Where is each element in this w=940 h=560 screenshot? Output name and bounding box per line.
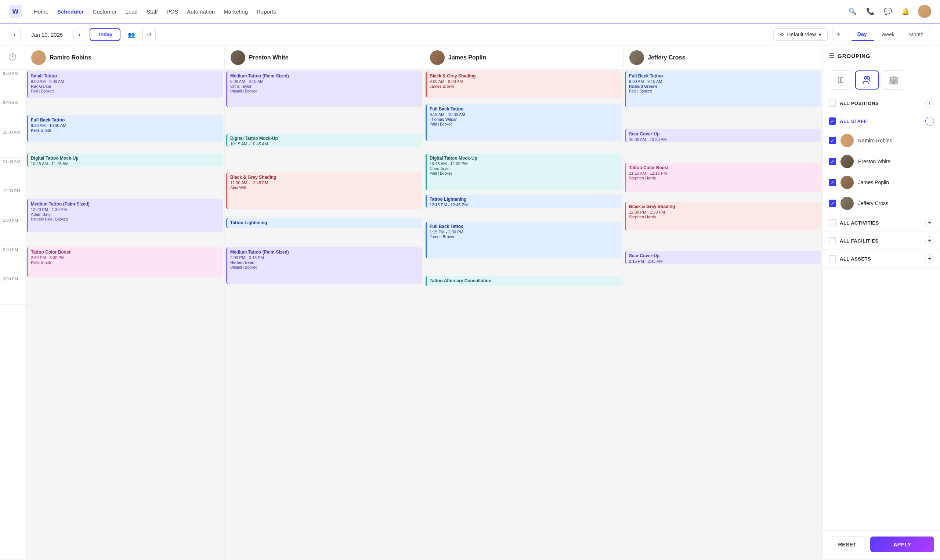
building-group-button[interactable]: 🏢 [881,71,905,89]
facilities-label: ALL FACILITIES [840,238,879,244]
today-button[interactable]: Today [89,28,120,41]
staff-item-james: ✓ James Poplin [823,172,940,193]
jeffery-avatar [629,50,644,65]
time-2pm: 2:00 PM [0,246,25,275]
preston-checkbox[interactable]: ✓ [829,158,836,165]
grouping-list-icon: ☰ [829,52,835,60]
appointment-jf3[interactable]: Tattoo Color Boost 11:15 AM - 12:15 PM S… [625,163,821,192]
scheduler-toolbar: ‹ Jan 10, 2025 › Today 👥 ↺ ⚙ Default Vie… [0,23,940,46]
appointment-j6[interactable]: Tattoo Aftercare Consultation [425,276,622,286]
time-12pm: 12:00 PM [0,187,25,217]
facilities-checkbox[interactable] [829,237,836,245]
appointment-p4[interactable]: Tattoo Lightening [226,218,422,228]
phone-icon[interactable]: 📞 [865,6,875,17]
appointment-j5[interactable]: Full Back Tattoo 1:15 PM - 2:30 PM James… [425,222,622,258]
jeffery-checkbox[interactable]: ✓ [829,200,836,207]
ramiro-name: Ramiro Robins [49,54,91,61]
time-8am: 8:00 AM [0,70,25,99]
positions-checkbox[interactable] [829,100,836,107]
assets-add-button[interactable]: + [925,254,934,263]
staff-item-jeffery: ✓ Jeffery Cross [823,193,940,214]
jeffery-list-name: Jeffery Cross [858,200,888,206]
preston-list-avatar [840,155,854,168]
filter-button[interactable]: ⚙ Default View ▾ [773,28,828,41]
appointment-r2[interactable]: Full Back Tattoo 9:30 AM - 10:30 AM Kell… [27,115,223,142]
staff-header-jeffery: Jeffery Cross [623,46,823,69]
notification-icon[interactable]: 🔔 [900,6,911,17]
main-content: 🕐 Ramiro Robins Preston White James Popl… [0,46,940,558]
people-group-button[interactable] [855,71,879,89]
appointment-jf5[interactable]: Scar Cover-Up 2:15 PM - 2:45 PM [625,251,821,264]
nav-reports[interactable]: Reports [257,8,276,15]
next-date-button[interactable]: › [74,29,85,40]
filter-label: Default View [787,32,816,37]
all-staff-section: ✓ ALL STAFF − [823,112,940,130]
ramiro-column: Small Tattoo 8:00 AM - 9:00 AM Ray Garci… [25,70,224,558]
appointment-j2[interactable]: Full Back Tattoo 9:15 AM - 10:30 AM Thom… [425,104,622,141]
grouping-header: ☰ GROUPING [823,46,940,66]
james-checkbox[interactable]: ✓ [829,179,836,186]
nav-home[interactable]: Home [34,8,48,15]
nav-staff[interactable]: Staff [146,8,158,15]
whatsapp-icon[interactable]: 💬 [883,6,893,17]
nav-pos[interactable]: POS [167,8,179,15]
refresh-button[interactable]: ↺ [142,28,156,41]
appointment-r5[interactable]: Tattoo Color Boost 2:30 PM - 3:30 PM Kel… [27,247,223,277]
view-tabs: Day Week Month [850,28,931,41]
team-view-button[interactable]: 👥 [125,28,138,41]
ramiro-checkbox[interactable]: ✓ [829,137,836,144]
nav-customer[interactable]: Customer [93,8,117,15]
reset-button[interactable]: RESET [829,537,866,552]
staff-checkbox[interactable]: ✓ [829,117,836,125]
preston-list-name: Preston White [858,158,891,165]
appointment-r3[interactable]: Digital Tattoo Mock-Up 10:45 AM - 11:15 … [27,153,223,167]
nav-links: Home Scheduler Customer Lead Staff POS A… [34,8,276,15]
week-view-tab[interactable]: Week [874,28,902,41]
staff-minus-button[interactable]: − [925,117,934,126]
activities-add-button[interactable]: + [925,218,934,227]
assets-checkbox[interactable] [829,255,836,262]
user-avatar[interactable] [918,5,931,18]
james-column: Black & Grey Shading 8:00 AM - 9:00 AM J… [424,70,623,558]
nav-scheduler[interactable]: Scheduler [57,8,84,15]
all-positions-section: ALL POSITIONS + [823,94,940,112]
appointment-p3[interactable]: Black & Grey Shading 11:30 AM - 12:45 PM… [226,172,422,209]
nav-automation[interactable]: Automation [187,8,215,15]
staff-header-ramiro: Ramiro Robins [25,46,224,69]
ramiro-list-avatar [840,134,854,147]
month-view-tab[interactable]: Month [902,28,931,41]
preston-column: Medium Tattoo (Palm-Sized) 8:00 AM - 9:1… [224,70,424,558]
appointment-p5[interactable]: Medium Tattoo (Palm-Sized) 2:00 PM - 3:1… [226,247,422,284]
james-list-avatar [840,176,854,189]
facilities-add-button[interactable]: + [925,236,934,245]
positions-add-button[interactable]: + [925,99,934,108]
search-icon[interactable]: 🔍 [848,6,858,17]
appointment-jf4[interactable]: Black & Grey Shading 12:30 PM - 1:30 PM … [625,202,821,231]
favorite-button[interactable]: ✦ [832,28,845,41]
staff-header-preston: Preston White [224,46,424,69]
appointment-j4[interactable]: Tattoo Lightening 12:15 PM - 12:45 PM [425,194,622,208]
appointment-jf1[interactable]: Full Back Tattoo 8:00 AM - 9:15 AM Richa… [625,71,821,107]
appointment-r1[interactable]: Small Tattoo 8:00 AM - 9:00 AM Ray Garci… [27,71,223,98]
appointment-p1[interactable]: Medium Tattoo (Palm-Sized) 8:00 AM - 9:1… [226,71,422,107]
appointment-j1[interactable]: Black & Grey Shading 8:00 AM - 9:00 AM J… [425,71,622,98]
hour-row [25,275,224,305]
right-panel: ☰ GROUPING ⊞ 🏢 ALL POSITIONS + [823,46,940,558]
grid-group-button[interactable]: ⊞ [829,71,852,89]
appointment-j3[interactable]: Digital Tattoo Mock-Up 10:45 AM - 12:00 … [425,153,622,190]
appointment-p2[interactable]: Digital Tattoo Mock-Up 10:15 AM - 10:45 … [226,134,422,147]
staff-item-preston: ✓ Preston White [823,151,940,172]
preston-name: Preston White [249,54,289,61]
prev-date-button[interactable]: ‹ [9,29,20,40]
activities-checkbox[interactable] [829,219,836,226]
appointment-jf2[interactable]: Scar Cover-Up 10:00 AM - 10:30 AM [625,129,821,142]
grouping-title: GROUPING [838,53,871,59]
nav-lead[interactable]: Lead [126,8,138,15]
nav-marketing[interactable]: Marketing [223,8,248,15]
apply-button[interactable]: APPLY [870,537,934,552]
filter-icon: ⚙ [780,32,784,37]
time-gutter-header: 🕐 [0,46,25,69]
appointment-r4[interactable]: Medium Tattoo (Palm-Sized) 12:20 PM - 1:… [27,199,223,232]
day-view-tab[interactable]: Day [850,28,874,41]
assets-label: ALL ASSETS [840,256,871,262]
